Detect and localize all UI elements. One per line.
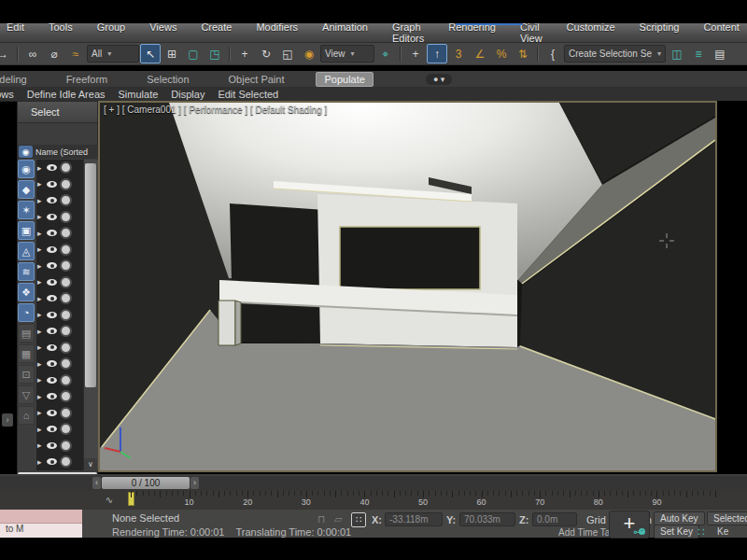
select-and-rotate-icon[interactable]: ↻ (256, 44, 276, 63)
previous-frame-button[interactable]: ‹ (92, 477, 101, 489)
menu-modifiers[interactable]: Modifiers (244, 21, 310, 33)
expand-arrow-icon[interactable]: ▸ (37, 245, 44, 254)
cropped-toolbar-icon[interactable]: → (0, 44, 13, 63)
frozen-toggle-icon[interactable] (60, 244, 72, 256)
rectangular-selection-region-icon[interactable]: ▢ (183, 44, 204, 63)
mirror-icon[interactable]: ◫ (667, 44, 687, 63)
selection-filter-dropdown[interactable]: All▾ (87, 45, 139, 63)
tab-populate[interactable]: Populate (316, 72, 373, 87)
display-toggle-icon[interactable]: ◉ (19, 146, 33, 158)
frozen-toggle-icon[interactable] (60, 390, 72, 402)
menu-views[interactable]: Views (137, 21, 189, 33)
expand-arrow-icon[interactable]: ▸ (37, 212, 44, 221)
display-bones-icon[interactable]: ◔ (18, 303, 35, 322)
display-cameras-icon[interactable]: ▣ (18, 221, 35, 240)
selection-lock-icon[interactable]: ⊓ (317, 513, 326, 525)
list-item[interactable]: ▸ (36, 225, 83, 242)
list-item[interactable]: ▸ (36, 209, 83, 226)
ribbon-config-button[interactable]: ● ▾ (426, 74, 452, 85)
frozen-toggle-icon[interactable] (60, 455, 72, 468)
frozen-toggle-icon[interactable] (60, 309, 72, 321)
absolute-mode-icon[interactable]: ∷ (351, 512, 366, 527)
display-frozen-icon[interactable]: ▦ (18, 344, 35, 363)
tab-modeling[interactable]: Modeling (0, 73, 35, 86)
expand-arrow-icon[interactable]: ▸ (37, 294, 44, 303)
named-selection-sets-dropdown[interactable]: Create Selection Se▾ (564, 45, 666, 63)
visibility-eye-icon[interactable] (47, 377, 57, 384)
time-slider-handle[interactable]: 0 / 100 (102, 477, 190, 489)
frozen-toggle-icon[interactable] (60, 440, 72, 452)
frozen-toggle-icon[interactable] (60, 423, 72, 435)
ribbon-tool-display[interactable]: Display (171, 89, 204, 100)
display-spacewarps-icon[interactable]: ≋ (18, 262, 35, 281)
list-item[interactable]: ▸ (36, 258, 83, 274)
maxscript-mini-listener[interactable]: to M (0, 510, 82, 538)
time-slider-track[interactable]: ‹ 0 / 100 › (0, 476, 747, 492)
next-frame-button[interactable]: › (190, 477, 199, 489)
mini-curve-editor-button[interactable]: ∿ (97, 493, 121, 507)
visibility-eye-icon[interactable] (47, 230, 57, 236)
edit-named-selection-sets-icon[interactable]: { (543, 44, 563, 63)
display-shapes-icon[interactable]: ◆ (18, 180, 35, 199)
expand-arrow-icon[interactable]: ▸ (37, 196, 44, 205)
display-lights-icon[interactable]: ✶ (18, 201, 35, 219)
viewport-label[interactable]: [ + ] [ Camera001 ] [ Performance ] [ De… (104, 105, 327, 115)
expand-arrow-icon[interactable]: ▸ (37, 277, 44, 287)
visibility-eye-icon[interactable] (47, 360, 57, 367)
auto-key-button[interactable]: Auto Key (654, 511, 705, 525)
list-item[interactable]: ▸ (36, 290, 83, 307)
select-and-place-icon[interactable]: ◉ (299, 44, 319, 63)
expand-arrow-icon[interactable]: ▸ (37, 392, 44, 401)
list-item[interactable]: ▸ (36, 388, 83, 405)
display-helpers-icon[interactable]: ◬ (18, 242, 35, 260)
window-crossing-icon[interactable]: ◳ (204, 44, 225, 63)
menu-tools[interactable]: Tools (36, 21, 85, 33)
list-item[interactable]: ▸ (36, 356, 83, 372)
selected-dropdown[interactable]: Selected (707, 511, 747, 525)
frozen-toggle-icon[interactable] (60, 161, 72, 174)
expand-arrow-icon[interactable]: ▸ (37, 375, 44, 385)
reference-coordinate-dropdown[interactable]: View▾ (320, 45, 374, 63)
expand-arrow-icon[interactable]: ▸ (37, 261, 44, 271)
menu-customize[interactable]: Customize (555, 21, 627, 33)
list-item[interactable]: ▸ (36, 242, 83, 259)
frozen-toggle-icon[interactable] (60, 325, 72, 337)
list-item[interactable]: ▸ (36, 340, 83, 357)
sort-mode-icon[interactable]: ▤ (18, 324, 35, 343)
unlink-selection-icon[interactable]: ⌀ (44, 44, 64, 63)
display-hidden-icon[interactable]: ⊡ (18, 365, 35, 384)
menu-scripting[interactable]: Scripting (627, 21, 692, 33)
camera-viewport[interactable]: [ + ] [ Camera001 ] [ Performance ] [ De… (98, 101, 717, 472)
scrollbar-thumb[interactable] (85, 163, 96, 387)
visibility-eye-icon[interactable] (47, 246, 57, 253)
expand-arrow-icon[interactable]: ▸ (37, 408, 44, 417)
visibility-eye-icon[interactable] (47, 410, 57, 416)
expand-arrow-icon[interactable]: ▸ (37, 425, 44, 434)
select-set-icon[interactable]: ⌂ (18, 406, 35, 425)
expand-arrow-icon[interactable]: ▸ (37, 163, 44, 173)
expand-arrow-icon[interactable]: ▸ (37, 441, 44, 450)
select-and-scale-icon[interactable]: ◱ (277, 44, 298, 63)
bind-to-space-warp-icon[interactable]: ≈ (65, 44, 86, 63)
list-item[interactable]: ▸ (36, 192, 83, 209)
menu-create[interactable]: Create (189, 21, 244, 33)
frozen-toggle-icon[interactable] (60, 292, 72, 304)
list-item[interactable]: ▸ (36, 454, 83, 470)
expand-arrow-icon[interactable]: ▸ (37, 310, 44, 319)
angle-snap-icon[interactable]: ∠ (470, 44, 490, 63)
visibility-eye-icon[interactable] (47, 328, 57, 334)
expand-arrow-icon[interactable]: ▸ (37, 457, 44, 467)
frozen-toggle-icon[interactable] (60, 211, 72, 223)
explorer-column-header[interactable]: ◉ Name (Sorted (18, 145, 99, 159)
list-item[interactable]: ▸ (36, 307, 83, 324)
select-object-icon[interactable]: ↖ (140, 44, 161, 63)
visibility-eye-icon[interactable] (47, 344, 57, 351)
offset-mode-icon[interactable]: ▱ (334, 513, 342, 525)
display-particles-icon[interactable]: ❖ (18, 283, 35, 301)
visibility-eye-icon[interactable] (47, 393, 57, 399)
list-item[interactable]: ▸ (36, 372, 83, 389)
ribbon-tool-define-idle-areas[interactable]: Define Idle Areas (27, 89, 106, 100)
ribbon-tool-edit-selected[interactable]: Edit Selected (218, 89, 278, 100)
panel-expand-arrow[interactable]: › (2, 413, 13, 427)
visibility-eye-icon[interactable] (47, 164, 57, 171)
